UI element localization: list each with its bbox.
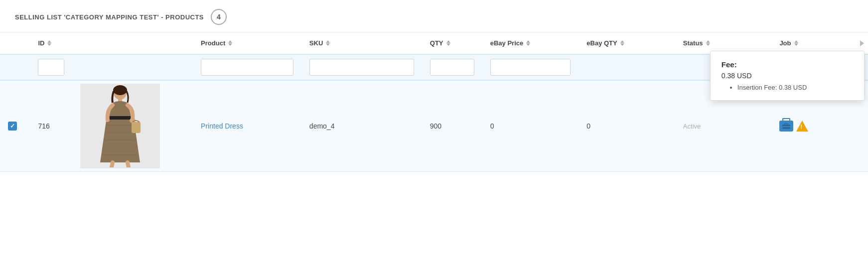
sort-arrows-status xyxy=(706,40,710,46)
scroll-right-icon[interactable] xyxy=(860,40,864,46)
sort-arrows-product xyxy=(228,40,232,46)
row-qty-cell: 900 xyxy=(422,80,482,172)
sort-up-icon xyxy=(47,40,51,43)
sort-down-icon xyxy=(326,43,330,46)
filter-id-cell xyxy=(30,54,72,80)
row-checkbox-cell xyxy=(0,80,30,172)
filter-id-input[interactable] xyxy=(38,59,64,76)
sort-up-icon xyxy=(794,40,798,43)
page-header: SELLING LIST 'CATEGORY MAPPING TEST' - P… xyxy=(0,0,868,32)
briefcase-icon[interactable] xyxy=(779,121,793,132)
svg-rect-8 xyxy=(108,116,133,120)
product-name-link[interactable]: Printed Dress xyxy=(201,122,243,130)
th-checkbox xyxy=(0,32,30,54)
row-ebay-qty: 0 xyxy=(586,122,590,130)
count-badge: 4 xyxy=(211,9,227,25)
filter-product-cell xyxy=(193,54,301,80)
filter-sku-cell xyxy=(301,54,422,80)
sort-arrows-job xyxy=(794,40,798,46)
row-checkbox[interactable] xyxy=(8,122,17,131)
sort-up-icon xyxy=(228,40,232,43)
briefcase-svg xyxy=(782,123,790,129)
tooltip-fee-amount: 0.38 USD xyxy=(722,72,853,80)
sort-down-icon xyxy=(794,43,798,46)
svg-point-1 xyxy=(113,85,127,95)
sort-down-icon xyxy=(526,43,530,46)
sort-up-icon xyxy=(526,40,530,43)
sort-arrows-id xyxy=(47,40,51,46)
row-qty: 900 xyxy=(430,122,441,130)
filter-qty-input[interactable] xyxy=(430,59,474,76)
row-sku-cell: demo_4 xyxy=(301,80,422,172)
row-status: Active xyxy=(683,123,701,130)
table-wrapper: ID Product xyxy=(0,32,868,172)
svg-rect-12 xyxy=(785,124,788,125)
row-product-name-cell: Printed Dress xyxy=(193,80,301,172)
sort-arrows-ebay-qty xyxy=(620,40,624,46)
table-row: 716 xyxy=(0,80,868,172)
row-id: 716 xyxy=(38,122,49,130)
tooltip-box: Fee: 0.38 USD Insertion Fee: 0.38 USD xyxy=(710,51,865,101)
dress-svg xyxy=(88,85,152,167)
sort-down-icon xyxy=(446,43,450,46)
th-ebay-qty[interactable]: eBay QTY xyxy=(579,32,675,54)
sort-up-icon xyxy=(620,40,624,43)
th-ebay-price[interactable]: eBay Price xyxy=(482,32,579,54)
tooltip-fee-label: Fee: xyxy=(722,60,853,69)
row-ebay-qty-cell: 0 Fee: 0.38 USD Insertion Fee: 0.38 USD xyxy=(579,80,675,172)
row-id-cell: 716 xyxy=(30,80,72,172)
tooltip-insertion-item: Insertion Fee: 0.38 USD xyxy=(737,84,853,91)
sort-arrows-qty xyxy=(446,40,450,46)
products-table: ID Product xyxy=(0,32,868,172)
page-title: SELLING LIST 'CATEGORY MAPPING TEST' - P… xyxy=(15,13,204,21)
sort-up-icon xyxy=(706,40,710,43)
row-sku: demo_4 xyxy=(309,122,335,130)
product-image xyxy=(80,84,160,168)
sort-down-icon xyxy=(706,43,710,46)
filter-ebay-price-cell xyxy=(482,54,579,80)
row-ebay-price: 0 xyxy=(490,122,494,130)
filter-checkbox-cell xyxy=(0,54,30,80)
th-product[interactable]: Product xyxy=(193,32,301,54)
sort-up-icon xyxy=(326,40,330,43)
th-product-image xyxy=(72,32,193,54)
page-container: SELLING LIST 'CATEGORY MAPPING TEST' - P… xyxy=(0,0,868,273)
svg-rect-10 xyxy=(132,122,141,133)
warning-icon[interactable] xyxy=(796,121,808,132)
row-product-image-cell xyxy=(72,80,193,172)
filter-sku-input[interactable] xyxy=(309,59,414,76)
filter-product-input[interactable] xyxy=(201,59,293,76)
filter-ebay-qty-cell xyxy=(579,54,675,80)
filter-image-cell xyxy=(72,54,193,80)
row-ebay-price-cell: 0 xyxy=(482,80,579,172)
filter-ebay-price-input[interactable] xyxy=(490,59,571,76)
th-id[interactable]: ID xyxy=(30,32,72,54)
th-sku[interactable]: SKU xyxy=(301,32,422,54)
fee-tooltip: Fee: 0.38 USD Insertion Fee: 0.38 USD xyxy=(710,51,865,101)
filter-qty-cell xyxy=(422,54,482,80)
job-icons xyxy=(779,121,860,132)
sort-down-icon xyxy=(228,43,232,46)
sort-arrows-sku xyxy=(326,40,330,46)
sort-up-icon xyxy=(446,40,450,43)
sort-arrows-ebay-price xyxy=(526,40,530,46)
sort-down-icon xyxy=(47,43,51,46)
th-qty[interactable]: QTY xyxy=(422,32,482,54)
tooltip-insertion-list: Insertion Fee: 0.38 USD xyxy=(729,84,853,91)
sort-down-icon xyxy=(620,43,624,46)
